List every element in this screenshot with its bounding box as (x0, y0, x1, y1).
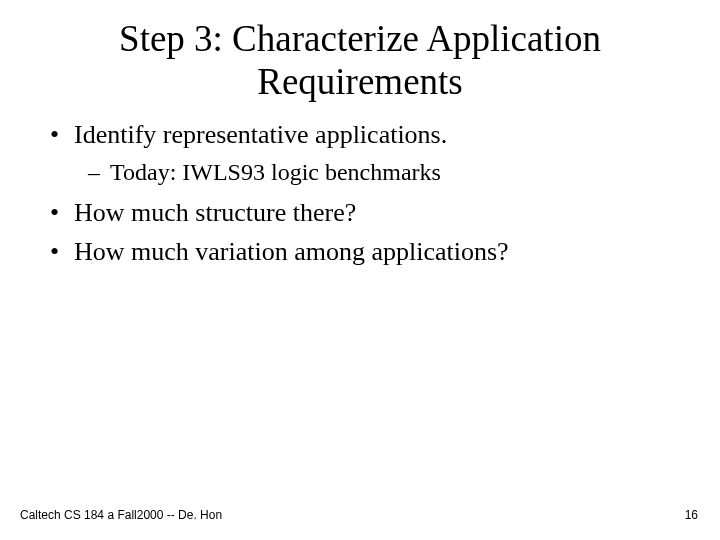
bullet-text: How much variation among applications? (74, 237, 509, 266)
slide: Step 3: Characterize Application Require… (0, 0, 720, 540)
sub-bullet-list: Today: IWLS93 logic benchmarks (74, 156, 690, 188)
footer-left: Caltech CS 184 a Fall2000 -- De. Hon (20, 508, 222, 522)
slide-body: Identify representative applications. To… (30, 117, 690, 269)
bullet-item: How much structure there? (74, 195, 690, 230)
bullet-text: How much structure there? (74, 198, 356, 227)
slide-number: 16 (685, 508, 698, 522)
bullet-list: Identify representative applications. To… (30, 117, 690, 269)
sub-bullet-text: Today: IWLS93 logic benchmarks (110, 159, 441, 185)
sub-bullet-item: Today: IWLS93 logic benchmarks (110, 156, 690, 188)
bullet-item: Identify representative applications. To… (74, 117, 690, 188)
slide-title: Step 3: Characterize Application Require… (30, 18, 690, 103)
bullet-text: Identify representative applications. (74, 120, 447, 149)
bullet-item: How much variation among applications? (74, 234, 690, 269)
